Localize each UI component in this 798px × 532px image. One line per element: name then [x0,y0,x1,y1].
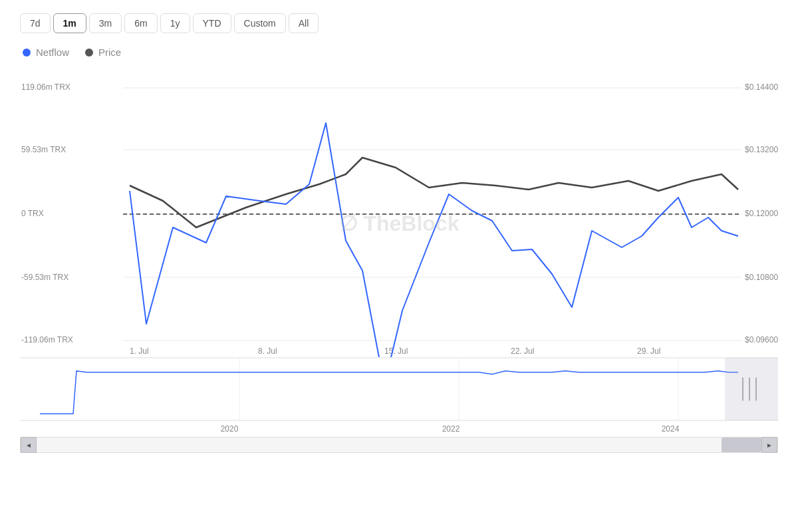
filter-7d[interactable]: 7d [20,13,51,33]
scrollbar[interactable]: ◄ ► [20,437,778,453]
scroll-left-arrow[interactable]: ◄ [21,437,37,453]
svg-text:2024: 2024 [662,424,680,434]
svg-text:1. Jul: 1. Jul [130,346,149,356]
mini-chart[interactable]: 2020 2022 2024 [20,357,778,437]
svg-text:29. Jul: 29. Jul [637,346,660,356]
time-filter-bar: 7d 1m 3m 6m 1y YTD Custom All [20,13,778,33]
svg-text:$0.144000: $0.144000 [745,82,778,92]
legend-price: Price [85,47,121,58]
svg-text:59.53m TRX: 59.53m TRX [21,145,66,154]
svg-text:$0.096000: $0.096000 [745,335,778,344]
filter-1m[interactable]: 1m [53,13,86,33]
svg-text:15. Jul: 15. Jul [384,346,408,356]
svg-text:-59.53m TRX: -59.53m TRX [21,273,68,282]
legend-netflow-label: Netflow [36,47,69,58]
scrollbar-track[interactable] [37,438,761,452]
filter-custom[interactable]: Custom [234,13,286,33]
svg-text:8. Jul: 8. Jul [258,346,277,356]
svg-text:$0.120000: $0.120000 [745,209,778,218]
scroll-right-arrow[interactable]: ► [761,437,777,453]
svg-text:$0.108000: $0.108000 [745,273,778,282]
svg-text:0 TRX: 0 TRX [21,209,44,218]
legend-price-label: Price [98,47,121,58]
svg-text:$0.132000: $0.132000 [745,145,778,154]
svg-text:22. Jul: 22. Jul [511,346,534,356]
svg-text:-119.06m TRX: -119.06m TRX [21,335,73,344]
filter-3m[interactable]: 3m [89,13,122,33]
svg-text:∅ TheBlock: ∅ TheBlock [339,211,460,235]
filter-6m[interactable]: 6m [124,13,157,33]
price-dot [85,49,93,57]
main-chart-svg: 119.06m TRX 59.53m TRX 0 TRX -59.53m TRX… [20,78,778,357]
main-container: 7d 1m 3m 6m 1y YTD Custom All Netflow Pr… [0,0,798,532]
svg-text:2022: 2022 [442,424,460,434]
svg-rect-22 [20,358,778,420]
filter-ytd[interactable]: YTD [193,13,231,33]
filter-all[interactable]: All [289,13,319,33]
svg-text:2020: 2020 [221,424,239,434]
chart-legend: Netflow Price [20,47,778,58]
chart-wrapper: 119.06m TRX 59.53m TRX 0 TRX -59.53m TRX… [20,78,778,453]
svg-text:119.06m TRX: 119.06m TRX [21,82,70,92]
filter-1y[interactable]: 1y [160,13,190,33]
legend-netflow: Netflow [23,47,69,58]
svg-rect-31 [725,358,778,420]
main-chart[interactable]: 119.06m TRX 59.53m TRX 0 TRX -59.53m TRX… [20,78,778,357]
scrollbar-thumb[interactable] [722,438,761,452]
mini-chart-svg: 2020 2022 2024 [20,358,778,437]
netflow-dot [23,49,31,57]
